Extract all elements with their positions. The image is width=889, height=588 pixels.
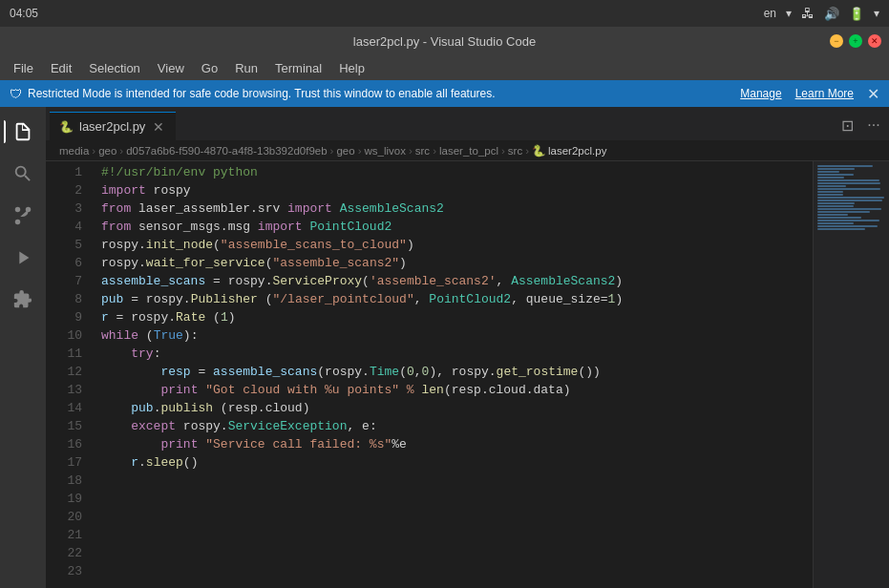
learn-more-link[interactable]: Learn More [795,87,854,100]
lang-indicator[interactable]: en [764,7,776,20]
minimap-line [817,168,855,170]
minimize-button[interactable]: − [830,34,843,48]
breadcrumb-laser-to-pcl[interactable]: laser_to_pcl [439,145,498,157]
menu-terminal[interactable]: Terminal [267,59,329,77]
code-line: rospy.wait_for_service("assemble_scans2"… [101,254,813,272]
line-numbers: 1234567891011121314151617181920212223 [46,161,92,588]
tab-close-button[interactable]: ✕ [151,119,166,135]
notification-close-button[interactable]: ✕ [867,85,879,103]
code-line: pub = rospy.Publisher ("/laser_pointclou… [101,290,813,308]
line-number: 12 [46,363,82,381]
code-line: r = rospy.Rate (1) [101,308,813,326]
line-number: 23 [46,562,82,580]
breadcrumb-src[interactable]: src [415,145,430,157]
tab-actions: ⊡ ··· [836,114,885,140]
breadcrumb-geo[interactable]: geo [98,145,116,157]
line-number: 2 [46,181,82,200]
line-number: 1 [46,163,82,181]
extensions-icon[interactable] [4,281,42,319]
line-number: 19 [46,490,82,508]
minimap [813,161,889,588]
notification-text: Restricted Mode is intended for safe cod… [28,87,727,100]
menu-run[interactable]: Run [227,59,265,77]
chevron-down-icon: ▾ [786,7,792,20]
network-icon: 🖧 [801,6,815,21]
line-number: 16 [46,435,82,453]
chevron-down-icon-2: ▾ [874,7,879,20]
run-debug-icon[interactable] [4,239,42,277]
menu-edit[interactable]: Edit [43,59,79,77]
tab-bar: 🐍 laser2pcl.py ✕ ⊡ ··· [46,107,889,140]
minimap-line [817,202,855,204]
code-line: #!/usr/bin/env python [101,163,813,181]
menu-bar: File Edit Selection View Go Run Terminal… [0,55,889,80]
volume-icon: 🔊 [824,7,839,21]
line-number: 5 [46,236,82,254]
window-title: laser2pcl.py - Visual Studio Code [353,34,536,49]
minimap-line [817,225,878,227]
system-time: 04:05 [10,7,38,20]
menu-help[interactable]: Help [331,59,372,77]
line-number: 21 [46,526,82,544]
main-layout: 🐍 laser2pcl.py ✕ ⊡ ··· media › geo › d05… [0,107,889,588]
code-line: print "Got cloud with %u points" % len(r… [101,381,813,399]
line-number: 13 [46,381,82,399]
minimap-line [817,182,880,184]
breadcrumb-filename[interactable]: laser2pcl.py [548,145,606,157]
line-number: 15 [46,417,82,435]
battery-icon: 🔋 [849,7,864,21]
minimap-line [817,179,879,181]
minimap-line [817,222,854,224]
code-line: from sensor_msgs.msg import PointCloud2 [101,218,813,236]
minimap-line [817,211,870,213]
search-icon[interactable] [4,155,42,193]
title-bar: laser2pcl.py - Visual Studio Code − + ✕ [0,27,889,55]
activity-bar [0,107,46,588]
manage-link[interactable]: Manage [740,87,781,100]
maximize-button[interactable]: + [849,34,862,48]
breadcrumb-src2[interactable]: src [508,145,522,157]
line-number: 8 [46,290,82,308]
minimap-line [817,208,881,210]
menu-go[interactable]: Go [194,59,225,77]
minimap-line [817,214,848,216]
line-number: 18 [46,472,82,490]
menu-view[interactable]: View [150,59,192,77]
breadcrumb-media[interactable]: media [59,145,89,157]
code-editor[interactable]: 1234567891011121314151617181920212223 #!… [46,161,889,588]
breadcrumb-hash[interactable]: d057a6b6-f590-4870-a4f8-13b392d0f9eb [126,145,327,157]
menu-selection[interactable]: Selection [81,59,147,77]
code-line: try: [101,345,813,363]
line-number: 10 [46,326,82,345]
code-line: rospy.init_node("assemble_scans_to_cloud… [101,236,813,254]
breadcrumb-file-icon: 🐍 [532,144,545,158]
minimap-line [817,228,865,230]
minimap-line [817,174,854,176]
more-actions-button[interactable]: ··· [862,114,885,136]
minimap-line [817,220,879,221]
minimap-line [817,194,843,196]
line-number: 22 [46,544,82,562]
code-content[interactable]: #!/usr/bin/env pythonimport rospyfrom la… [92,161,813,588]
breadcrumb-ws[interactable]: ws_livox [364,145,405,157]
minimap-line [817,185,846,187]
menu-file[interactable]: File [6,59,41,77]
breadcrumb-geo2[interactable]: geo [336,145,354,157]
code-line: resp = assemble_scans(rospy.Time(0,0), r… [101,363,813,381]
line-number: 17 [46,453,82,472]
source-control-icon[interactable] [4,197,42,235]
files-icon[interactable] [4,113,42,151]
tab-laser2pcl[interactable]: 🐍 laser2pcl.py ✕ [50,112,176,140]
notification-bar: 🛡 Restricted Mode is intended for safe c… [0,80,889,107]
close-button[interactable]: ✕ [868,34,881,48]
system-bar-left: 04:05 [10,7,38,20]
line-number: 11 [46,345,82,363]
system-bar: 04:05 en ▾ 🖧 🔊 🔋 ▾ [0,0,889,27]
line-number: 14 [46,399,82,417]
minimap-line [817,205,854,207]
split-editor-button[interactable]: ⊡ [836,114,858,136]
code-line: import rospy [101,181,813,200]
minimap-line [817,188,880,190]
minimap-line [817,177,844,178]
window-controls: − + ✕ [830,34,881,48]
